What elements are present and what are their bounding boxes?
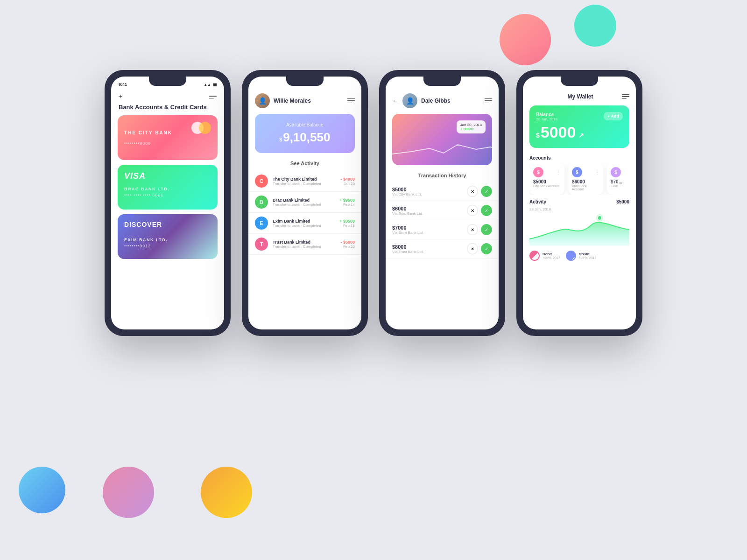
- avatar-img-willie: 👤: [255, 93, 270, 108]
- t-date-exim: Feb 18: [339, 224, 355, 228]
- phone-4-menu-icon[interactable]: [622, 94, 629, 99]
- tx-bank-2: Via Brac Bank Ltd.: [392, 211, 467, 216]
- tx-amount-3: $7000: [392, 225, 467, 231]
- avatar-img-dale: 👤: [402, 93, 417, 108]
- transaction-item-city[interactable]: C The City Bank Limited Transfer to bank…: [248, 171, 361, 192]
- balance-currency: $: [280, 137, 282, 142]
- t-sub-trust: Transfer to bank - Completed: [273, 245, 336, 249]
- card-city-bank-number: ••••••••9009: [124, 141, 211, 146]
- chart-tooltip: Jan 20, 2018 + $9000: [457, 120, 486, 133]
- transaction-item-trust[interactable]: T Trust Bank Limited Transfer to bank - …: [248, 234, 361, 255]
- acc-more-city[interactable]: ⋮: [556, 170, 561, 175]
- card-brac-bank-number: •••• •••• •••• 6661: [124, 193, 211, 197]
- transaction-item-brac[interactable]: B Brac Bank Limited Transfer to bank - C…: [248, 192, 361, 213]
- t-amount-brac-val: + $9500: [339, 198, 355, 203]
- credit-circle: [566, 251, 576, 261]
- tx-item-1: $5000 Via City Bank Ltd. ✕ ✓: [386, 182, 499, 201]
- phone-1-status-icons: ▲▲ ▮▮: [204, 83, 217, 87]
- tx-reject-2[interactable]: ✕: [467, 205, 478, 216]
- phone-3-screen: ← 👤 Dale Gibbs Jan 20, 201: [386, 77, 499, 329]
- tx-info-2: $6000 Via Brac Bank Ltd.: [392, 206, 467, 216]
- phone-4-screen: My Wallet Balance 20 Jan, 2018 + Add $ 5…: [523, 77, 636, 329]
- phone-2-menu-icon[interactable]: [347, 98, 355, 104]
- phone-2-header: 👤 Willie Morales: [248, 90, 361, 112]
- add-icon[interactable]: +: [119, 92, 122, 100]
- acc-amount-exim: $70...: [611, 179, 629, 184]
- back-button[interactable]: ←: [392, 97, 399, 105]
- discover-logo: DISCOVER: [124, 221, 211, 228]
- acc-name-brac: Brac Bank Account: [572, 184, 599, 191]
- t-amount-city-val: - $4000: [340, 177, 355, 182]
- avatar-dale: 👤: [402, 93, 417, 108]
- acc-icon-row-city: $ ⋮: [533, 167, 561, 177]
- chart-peak-dot: [598, 216, 601, 220]
- phone-3-header: ← 👤 Dale Gibbs: [386, 90, 499, 112]
- tx-approve-3[interactable]: ✓: [481, 224, 492, 235]
- t-name-trust: Trust Bank Limited: [273, 240, 336, 245]
- debit-pct: +25%, 2017: [543, 256, 560, 259]
- p2-menu-line-2: [347, 100, 355, 101]
- credit-item: Credit +85%, 2017: [566, 251, 597, 261]
- balance-amount: 9,10,550: [283, 130, 330, 145]
- phone-3-notch: [423, 77, 461, 86]
- phone-4: My Wallet Balance 20 Jan, 2018 + Add $ 5…: [516, 70, 642, 336]
- acc-amount-city: $5000: [533, 179, 561, 184]
- transaction-item-exim[interactable]: E Exim Bank Limited Transfer to bank - C…: [248, 213, 361, 234]
- debit-label: Debit: [543, 252, 560, 256]
- tx-reject-1[interactable]: ✕: [467, 186, 478, 197]
- p4-menu-line-2: [622, 96, 629, 97]
- t-icon-b: B: [255, 196, 268, 209]
- wallet-add-button[interactable]: + Add: [604, 112, 623, 120]
- t-date-brac: Feb 14: [339, 203, 355, 207]
- tx-list: $5000 Via City Bank Ltd. ✕ ✓ $6000 Via B…: [386, 182, 499, 259]
- tx-bank-1: Via City Bank Ltd.: [392, 192, 467, 196]
- accounts-scroll: $ ⋮ $5000 City Bank Account $ ⋮ $6000 Br…: [529, 163, 629, 195]
- tx-reject-4[interactable]: ✕: [467, 243, 478, 254]
- tx-approve-4[interactable]: ✓: [481, 243, 492, 254]
- tx-reject-3[interactable]: ✕: [467, 224, 478, 235]
- visa-logo: VISA: [124, 171, 211, 181]
- tx-item-2: $6000 Via Brac Bank Ltd. ✕ ✓: [386, 201, 499, 220]
- card-brac-bank[interactable]: VISA BRAC BANK LTD. •••• •••• •••• 6661: [118, 165, 218, 210]
- balance-label: Available Balance: [263, 122, 346, 127]
- tx-actions-3: ✕ ✓: [467, 224, 492, 235]
- account-card-brac[interactable]: $ ⋮ $6000 Brac Bank Account: [568, 163, 603, 195]
- see-activity-link[interactable]: See Activity: [248, 159, 361, 171]
- tx-info-4: $8000 Via Trust Bank Ltd.: [392, 244, 467, 254]
- user-info: 👤 Willie Morales: [255, 93, 311, 108]
- t-date-trust: Feb 22: [340, 245, 355, 249]
- credit-labels: Credit +85%, 2017: [579, 252, 597, 259]
- tx-approve-1[interactable]: ✓: [481, 186, 492, 197]
- t-sub-exim: Transfer to bank - Completed: [273, 224, 335, 228]
- account-card-city[interactable]: $ ⋮ $5000 City Bank Account: [529, 163, 564, 195]
- t-name-exim: Exim Bank Limited: [273, 219, 335, 224]
- phone-4-notch: [561, 77, 598, 86]
- mc-circle-right: [199, 122, 211, 134]
- menu-icon[interactable]: [209, 94, 217, 99]
- phone-3-menu-icon[interactable]: [485, 98, 492, 104]
- card-city-bank[interactable]: THE CITY BANK ••••••••9009: [118, 115, 218, 160]
- tx-item-3: $7000 Via Exim Bank Ltd. ✕ ✓: [386, 220, 499, 239]
- tx-info-1: $5000 Via City Bank Ltd.: [392, 187, 467, 196]
- debit-labels: Debit +25%, 2017: [543, 252, 560, 259]
- card-exim-bank[interactable]: DISCOVER EXIM BANK LTD. ••••••••9912: [118, 214, 218, 259]
- t-name-brac: Brac Bank Limited: [273, 198, 335, 203]
- tx-approve-2[interactable]: ✓: [481, 205, 492, 216]
- activity-chart: [529, 213, 629, 246]
- tx-item-4: $8000 Via Trust Bank Ltd. ✕ ✓: [386, 239, 499, 259]
- deco-circle-pink: [103, 467, 154, 518]
- tx-actions-4: ✕ ✓: [467, 243, 492, 254]
- credit-pct: +85%, 2017: [579, 256, 597, 259]
- account-card-exim[interactable]: $ $70... Exim: [607, 163, 629, 195]
- p3-menu-line-3: [485, 103, 489, 104]
- activity-amount: $5000: [616, 199, 629, 211]
- t-sub-city: Transfer to bank - Completed: [273, 182, 336, 186]
- phone-1-header: +: [111, 90, 224, 104]
- balance-display: $ 9,10,550: [263, 130, 346, 145]
- acc-more-brac[interactable]: ⋮: [595, 170, 599, 175]
- wallet-amount-val: 5000: [541, 123, 576, 141]
- tx-bank-4: Via Trust Bank Ltd.: [392, 250, 467, 254]
- tx-amount-2: $6000: [392, 206, 467, 211]
- tx-actions-1: ✕ ✓: [467, 186, 492, 197]
- card-exim-bank-name: EXIM BANK LTD.: [124, 238, 211, 242]
